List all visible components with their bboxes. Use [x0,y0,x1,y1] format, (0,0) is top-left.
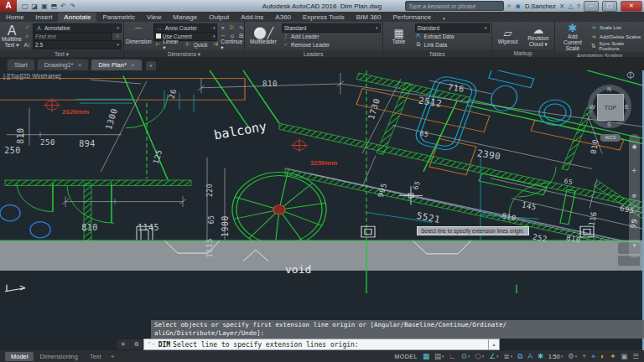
customize-command-icon[interactable]: ⚙ [134,341,139,348]
isolate-objects-icon[interactable]: ◐ [600,352,605,360]
pan-icon[interactable]: ✛ [632,168,637,174]
layout-tab-model[interactable]: Model [5,352,34,361]
multileader-button[interactable]: ⚪╱ Multileader [247,23,280,49]
viewcube-west[interactable]: W [589,104,595,110]
add-leader-button[interactable]: Add Leader [291,34,319,39]
undo-icon[interactable]: ↶ [60,3,66,10]
ortho-toggle-icon[interactable]: ∟ [449,352,455,360]
sync-scale-positions-button[interactable]: Sync Scale Positions [599,41,642,51]
tab-express-tools[interactable]: Express Tools [297,13,351,22]
minimize-button[interactable]: – [584,1,599,12]
help-icon[interactable]: ? [577,3,580,10]
grid-toggle-icon[interactable]: ▦ [423,352,429,360]
open-icon[interactable]: ◪ [32,3,39,10]
new-layout-button[interactable]: + [107,353,118,360]
file-tab-drawing1[interactable]: Drawing1*✕ [37,59,90,70]
quick-properties-icon[interactable]: ⌖ [591,352,595,361]
add-delete-scales-button[interactable]: Add/Delete Scales [600,34,641,39]
snap-toggle-icon[interactable]: ▤▾ [434,352,444,360]
tab-output[interactable]: Output [203,13,235,22]
tab-manage[interactable]: Manage [167,13,203,22]
communication-icon[interactable]: △ [568,3,573,10]
close-icon[interactable]: ✕ [131,62,135,68]
text-height-combo[interactable]: 2.5▾ [33,40,122,49]
extract-data-button[interactable]: Extract Data [424,34,454,39]
mleader-style-combo[interactable]: Standard▾ [282,23,381,33]
customize-menu-icon[interactable]: ☰ [632,352,639,360]
linear-button[interactable]: ⊢Linear ▾ [153,39,181,51]
revision-cloud-button[interactable]: ☁ Revision Cloud ▾ [524,23,553,49]
nav-more-icon[interactable]: ▾ [633,242,636,249]
tab-bim360[interactable]: BIM 360 [351,13,387,22]
tab-overflow-icon[interactable]: ▾ [437,15,451,22]
command-bar[interactable]: ✕ ⚙ ⌜· DIM Select line to specify extens… [116,339,500,350]
table-style-combo[interactable]: Standard▾ [415,23,490,33]
close-command-icon[interactable]: ✕ [121,341,126,348]
signin-user[interactable]: D.Sanchez [525,3,556,10]
tab-a360[interactable]: A360 [269,13,297,22]
viewcube-face[interactable]: TOP [597,94,624,121]
viewcube-south[interactable]: S [607,122,611,127]
plot-icon[interactable]: ⬒ [51,3,58,10]
continue-button[interactable]: ⇉Continue ▾ [210,39,245,51]
wcs-badge[interactable]: WCS [600,134,621,142]
drawing-canvas[interactable]: [-][Top][2D Wireframe] 810 2512 1300 894… [0,70,644,350]
history-toggle-icon[interactable]: ▴ [489,339,500,350]
search-input[interactable] [405,1,504,11]
wipeout-button[interactable]: ▱ Wipeout [494,23,522,49]
viewcube-east[interactable]: E [625,104,629,110]
scale-list-button[interactable]: Scale List [600,25,621,30]
layout-tab-text[interactable]: Text [84,352,107,361]
quick-dim-button[interactable]: ⊩Quick [183,41,210,48]
close-icon[interactable]: ✕ [77,62,81,68]
model-space-badge[interactable]: MODEL [394,354,417,359]
orbit-icon[interactable]: ⟳ [632,218,637,225]
table-button[interactable]: ▦ Table [385,23,413,49]
add-current-scale-button[interactable]: ✱ Add Current Scale [557,23,589,51]
dim-adjust-icon[interactable]: ⤪ [228,24,236,31]
remove-leader-button[interactable]: Remove Leader [291,42,330,48]
object-snap-icon[interactable]: ∠▾ [489,352,498,360]
workspace-gear-icon[interactable]: ⚙▾ [568,352,577,360]
tab-performance[interactable]: Performance [387,13,437,22]
spellcheck-icon[interactable]: ✓ [23,24,31,31]
isodraft-icon[interactable]: ⬡▾ [475,352,484,360]
close-button[interactable]: ✕ [621,1,642,12]
tab-insert[interactable]: Insert [29,13,58,22]
selection-cycling-icon[interactable]: ⧉ [517,352,522,361]
annotation-monitor-icon[interactable]: + [582,352,586,360]
binoculars-icon[interactable]: ⌕ [114,33,122,39]
tab-view[interactable]: View [141,13,167,22]
lineweight-icon[interactable]: ≣▾ [504,352,513,360]
maximize-button[interactable]: ▢ [602,1,617,12]
navigation-bar[interactable]: ◉ ✛ ⊕ ⟳ ▾ [629,134,640,258]
graphics-performance-icon[interactable]: ✦ [610,352,615,360]
nav-wheel-icon[interactable]: ◉ [631,143,636,150]
layout-tab-dimensioning[interactable]: Dimensioning [34,352,83,361]
viewport-controls[interactable]: [-][Top][2D Wireframe] [3,73,60,79]
multiline-text-button[interactable]: A Multiline Text ▾ [2,23,22,49]
tab-home[interactable]: Home [0,13,29,22]
tab-annotate[interactable]: Annotate [58,13,96,22]
clean-screen-icon[interactable]: ▣ [621,352,627,360]
new-icon[interactable]: ▢ [22,3,29,10]
tab-addins[interactable]: Add-ins [235,13,269,22]
search-icon[interactable]: ⌕ [507,2,511,10]
file-tab-start[interactable]: Start [7,59,35,70]
annotation-scale-control[interactable]: 1:50▾ [548,354,563,359]
app-logo[interactable]: A [0,0,17,12]
save-icon[interactable]: ▣ [41,3,48,10]
dimension-button[interactable]: ⌒ Dimension [126,23,152,49]
tab-parametric[interactable]: Parametric [96,13,141,22]
viewcube-north[interactable]: N [607,86,611,92]
zoom-icon[interactable]: ⊕ [632,193,637,199]
redo-icon[interactable]: ↷ [70,3,75,10]
file-tab-dim-plan[interactable]: Dim Plan*✕ [91,59,142,70]
dim-break-icon[interactable]: ⌅ [219,24,226,31]
panel-markup-footer[interactable]: Markup [492,49,554,57]
autoscale-icon[interactable]: ✱ [538,352,543,360]
new-drawing-tab-button[interactable]: + [146,61,156,70]
exchange-icon[interactable]: ✕ [559,3,565,10]
polar-tracking-icon[interactable]: ⊙▾ [461,352,470,360]
annotation-visibility-icon[interactable]: A [527,352,532,360]
